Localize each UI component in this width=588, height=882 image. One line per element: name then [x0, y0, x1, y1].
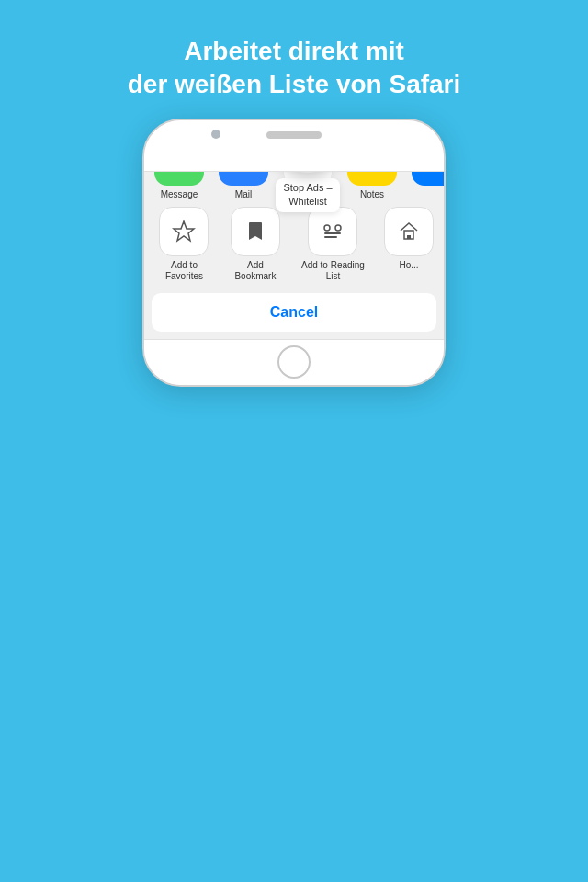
- add-favorites-icon: [159, 207, 209, 256]
- reading-list-label: Add to Reading List: [294, 260, 372, 282]
- svg-rect-20: [324, 232, 341, 234]
- svg-rect-23: [407, 235, 411, 239]
- add-bookmark-label: Add Bookmark: [226, 260, 285, 282]
- reading-list-icon: [308, 207, 357, 256]
- message-label: Message: [161, 189, 198, 199]
- cancel-button[interactable]: Cancel: [152, 293, 436, 332]
- more-share-icon: [412, 172, 444, 186]
- notes-label: Notes: [360, 189, 384, 199]
- app-background: Arbeitet direkt mit der weißen Liste von…: [0, 0, 588, 882]
- home-label: Ho...: [399, 260, 418, 271]
- share-icon-mail[interactable]: Mail: [216, 172, 271, 199]
- share-icon-message[interactable]: Message: [152, 172, 207, 199]
- notes-icon: [347, 172, 397, 186]
- svg-marker-17: [174, 221, 194, 241]
- action-add-bookmark[interactable]: Add Bookmark: [226, 207, 285, 282]
- phone-wrapper: life:) 📶 12:16 PM 34% bbc.com ↻: [0, 119, 588, 387]
- add-bookmark-icon: [231, 207, 280, 256]
- stop-ads-overlay[interactable]: AD Stop Ads –Whitelist: [271, 172, 345, 212]
- action-row: Add to Favorites Add Bookmark: [144, 203, 444, 289]
- add-favorites-label: Add to Favorites: [152, 260, 217, 282]
- share-icon-notes[interactable]: Notes: [345, 172, 400, 199]
- action-home[interactable]: Ho...: [381, 207, 436, 282]
- phone-device: life:) 📶 12:16 PM 34% bbc.com ↻: [142, 119, 446, 387]
- home-icon: [384, 207, 434, 256]
- svg-point-18: [324, 225, 330, 231]
- phone-speaker: [266, 131, 322, 139]
- phone-screen: life:) 📶 12:16 PM 34% bbc.com ↻: [144, 172, 444, 339]
- header-line1: Arbeitet direkt mit: [0, 35, 588, 68]
- header-text: Arbeitet direkt mit der weißen Liste von…: [0, 0, 588, 119]
- home-button[interactable]: [277, 345, 311, 379]
- stop-ads-label: Stop Ads –Whitelist: [276, 178, 339, 212]
- share-icon-more[interactable]: [409, 172, 444, 199]
- action-add-favorites[interactable]: Add to Favorites: [152, 207, 217, 282]
- stop-ads-circle[interactable]: AD: [271, 172, 345, 173]
- mail-label: Mail: [235, 189, 252, 199]
- svg-point-19: [335, 225, 341, 231]
- message-icon: [154, 172, 204, 186]
- phone-camera: [211, 130, 220, 139]
- mail-icon: [219, 172, 268, 186]
- phone-top-bezel: [144, 120, 444, 172]
- header-line2: der weißen Liste von Safari: [0, 68, 588, 101]
- action-reading-list[interactable]: Add to Reading List: [294, 207, 372, 282]
- phone-bottom-bezel: [144, 339, 444, 385]
- svg-rect-21: [324, 236, 337, 238]
